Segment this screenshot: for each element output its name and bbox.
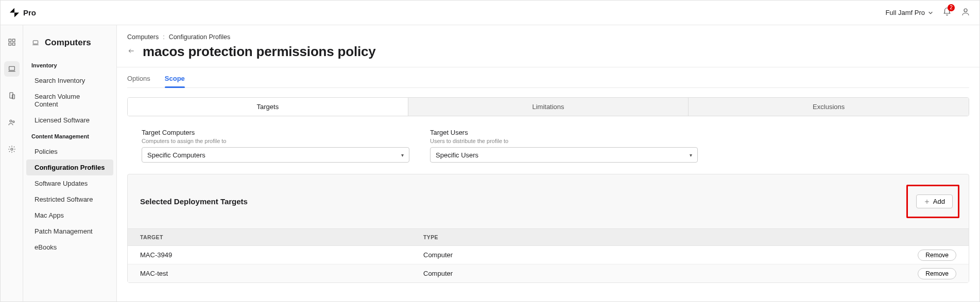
breadcrumb-configuration-profiles[interactable]: Configuration Profiles xyxy=(169,33,231,41)
sidebar-item-software-updates[interactable]: Software Updates xyxy=(26,175,113,191)
sidebar: Computers Inventory Search Inventory Sea… xyxy=(23,25,117,301)
target-computers-select[interactable]: Specific Computers ▾ xyxy=(142,147,409,163)
laptop-icon xyxy=(31,39,40,46)
devices-icon xyxy=(8,92,16,100)
target-users-select[interactable]: Specific Users ▾ xyxy=(430,147,698,163)
target-computers-label: Target Computers xyxy=(142,129,409,136)
target-computers-col: Target Computers Computers to assign the… xyxy=(142,129,409,163)
target-users-label: Target Users xyxy=(430,129,698,136)
scope-form: Target Computers Computers to assign the… xyxy=(127,129,969,174)
icon-rail xyxy=(1,25,23,301)
svg-point-9 xyxy=(12,121,14,122)
add-target-label: Add xyxy=(933,198,945,205)
col-target: TARGET xyxy=(128,229,411,245)
svg-rect-11 xyxy=(33,41,38,44)
target-users-help: Users to distribute the profile to xyxy=(430,138,698,144)
product-name: Pro xyxy=(23,8,36,17)
svg-rect-5 xyxy=(9,66,14,70)
chevron-down-icon xyxy=(928,10,933,15)
page-title: macos protection permissions policy xyxy=(143,44,375,60)
remove-button[interactable]: Remove xyxy=(918,268,956,279)
sidebar-item-policies[interactable]: Policies xyxy=(26,144,113,159)
sidebar-title-text: Computers xyxy=(45,38,91,48)
svg-rect-3 xyxy=(9,43,11,45)
svg-point-10 xyxy=(11,148,13,150)
col-actions xyxy=(907,229,969,245)
rail-dashboard[interactable] xyxy=(4,34,20,50)
rail-devices[interactable] xyxy=(4,88,20,103)
remove-button[interactable]: Remove xyxy=(918,250,956,261)
sidebar-title: Computers xyxy=(23,33,116,57)
plus-icon xyxy=(924,199,930,205)
notifications-button[interactable]: 2 xyxy=(942,7,952,18)
target-computers-value: Specific Computers xyxy=(147,151,205,159)
content-area: Computers : Configuration Profiles macos… xyxy=(117,25,979,301)
sidebar-item-search-inventory[interactable]: Search Inventory xyxy=(26,73,113,88)
targets-panel: Selected Deployment Targets Add TARGET T… xyxy=(127,174,969,283)
dashboard-icon xyxy=(8,38,16,46)
sidebar-section-label: Content Management xyxy=(23,128,116,144)
sidebar-item-search-volume-content[interactable]: Search Volume Content xyxy=(26,88,113,112)
svg-point-8 xyxy=(10,120,12,122)
seg-limitations[interactable]: Limitations xyxy=(408,98,689,116)
add-highlight: Add xyxy=(906,185,959,218)
row-type: Computer xyxy=(411,264,907,282)
notifications-badge: 2 xyxy=(948,4,955,11)
caret-down-icon: ▾ xyxy=(690,152,692,158)
sidebar-section-label: Inventory xyxy=(23,57,116,73)
col-type: TYPE xyxy=(411,229,907,245)
laptop-icon xyxy=(8,65,16,73)
detail-tabs: Options Scope xyxy=(127,67,969,88)
sidebar-item-mac-apps[interactable]: Mac Apps xyxy=(26,207,113,223)
svg-rect-1 xyxy=(9,39,11,42)
target-users-value: Specific Users xyxy=(436,151,478,159)
site-switcher[interactable]: Full Jamf Pro xyxy=(885,9,933,16)
topbar-left: Pro xyxy=(10,8,36,17)
targets-header: Selected Deployment Targets Add xyxy=(128,174,969,228)
row-type: Computer xyxy=(411,246,907,264)
seg-exclusions[interactable]: Exclusions xyxy=(688,98,969,116)
sidebar-item-configuration-profiles[interactable]: Configuration Profiles xyxy=(26,159,113,175)
topbar: Pro Full Jamf Pro 2 xyxy=(1,1,979,25)
product-logo xyxy=(10,8,19,17)
arrow-left-icon xyxy=(127,47,135,55)
sidebar-item-ebooks[interactable]: eBooks xyxy=(26,239,113,255)
caret-down-icon: ▾ xyxy=(401,152,404,158)
targets-title: Selected Deployment Targets xyxy=(140,197,248,206)
target-computers-help: Computers to assign the profile to xyxy=(142,138,409,144)
sidebar-item-licensed-software[interactable]: Licensed Software xyxy=(26,112,113,128)
row-target: MAC-test xyxy=(128,264,411,282)
rail-computers[interactable] xyxy=(4,61,20,77)
scope-segmented: Targets Limitations Exclusions xyxy=(127,97,969,116)
back-button[interactable] xyxy=(127,47,135,56)
rail-users[interactable] xyxy=(4,115,20,130)
svg-rect-4 xyxy=(12,43,15,45)
app-shell: Computers Inventory Search Inventory Sea… xyxy=(1,25,979,301)
add-target-button[interactable]: Add xyxy=(916,194,953,208)
sidebar-item-restricted-software[interactable]: Restricted Software xyxy=(26,191,113,207)
targets-table-head: TARGET TYPE xyxy=(128,228,969,246)
target-users-col: Target Users Users to distribute the pro… xyxy=(430,129,698,163)
rail-settings[interactable] xyxy=(4,141,20,157)
svg-point-0 xyxy=(964,9,967,12)
breadcrumb: Computers : Configuration Profiles xyxy=(127,25,969,44)
tab-scope[interactable]: Scope xyxy=(165,75,185,87)
svg-rect-2 xyxy=(12,39,15,42)
table-row: MAC-test Computer Remove xyxy=(128,264,969,282)
gear-icon xyxy=(8,145,16,153)
breadcrumb-separator: : xyxy=(163,33,164,41)
user-icon xyxy=(961,7,970,16)
targets-table: TARGET TYPE MAC-3949 Computer Remove MAC… xyxy=(128,228,969,282)
topbar-right: Full Jamf Pro 2 xyxy=(885,7,970,18)
account-button[interactable] xyxy=(961,7,970,18)
site-switcher-label: Full Jamf Pro xyxy=(885,9,925,16)
row-target: MAC-3949 xyxy=(128,246,411,264)
breadcrumb-computers[interactable]: Computers xyxy=(127,33,159,41)
table-row: MAC-3949 Computer Remove xyxy=(128,246,969,264)
seg-targets[interactable]: Targets xyxy=(128,98,408,116)
users-icon xyxy=(8,118,16,127)
title-row: macos protection permissions policy xyxy=(127,44,969,67)
sidebar-item-patch-management[interactable]: Patch Management xyxy=(26,223,113,239)
tab-options[interactable]: Options xyxy=(127,75,150,87)
